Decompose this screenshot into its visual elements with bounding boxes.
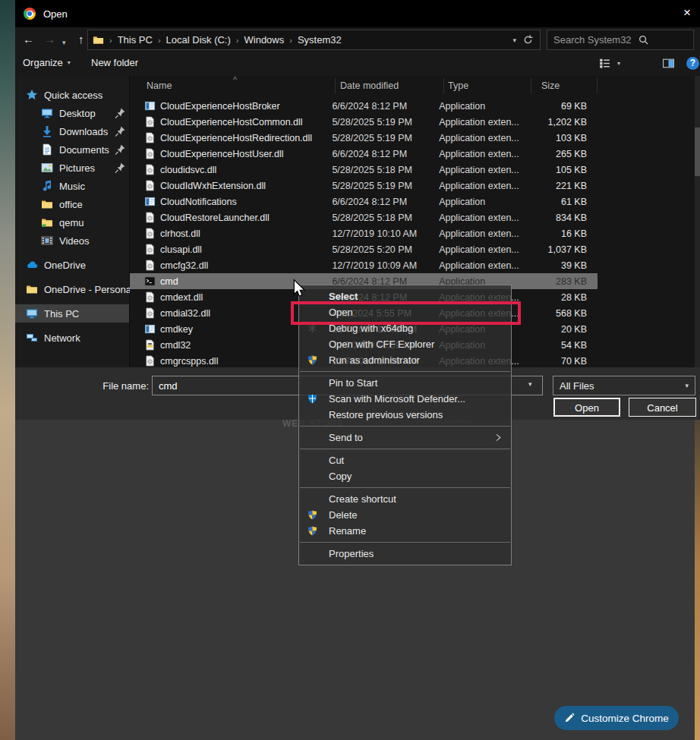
address-dropdown-icon[interactable]: ▾ xyxy=(506,36,522,44)
sidebar-item-downloads[interactable]: Downloads xyxy=(15,122,129,140)
column-header-date-modified[interactable]: Date modified xyxy=(336,78,444,93)
menu-item-label: Rename xyxy=(329,525,366,537)
sidebar-item-qemu[interactable]: qemu xyxy=(15,213,129,231)
file-type: Application xyxy=(439,197,525,207)
file-row-cloudexperiencehostredirection-dll[interactable]: CloudExperienceHostRedirection.dll5/28/2… xyxy=(130,130,598,146)
file-row-cloudnotifications[interactable]: CloudNotifications6/6/2024 8:12 PMApplic… xyxy=(130,194,598,209)
file-row-cloudidsvc-dll[interactable]: cloudidsvc.dll5/28/2025 5:18 PMApplicati… xyxy=(130,162,598,178)
file-type: Application exten... xyxy=(439,228,525,239)
column-header-type[interactable]: Type xyxy=(444,78,531,93)
breadcrumb-this-pc[interactable]: This PC xyxy=(118,34,153,46)
app-icon xyxy=(144,196,156,207)
menu-separator xyxy=(300,371,510,372)
dll-icon xyxy=(144,291,156,303)
sidebar-item-desktop[interactable]: Desktop xyxy=(15,104,129,122)
new-folder-button[interactable]: New folder xyxy=(91,57,138,68)
vertical-scrollbar[interactable] xyxy=(695,76,700,367)
file-date: 12/7/2019 10:10 AM xyxy=(332,228,439,239)
dll-icon xyxy=(144,212,156,223)
dll-icon xyxy=(144,164,156,175)
menu-separator xyxy=(300,449,510,449)
organize-button[interactable]: Organize ▾ xyxy=(23,57,71,68)
sidebar-item-videos[interactable]: Videos xyxy=(15,231,129,250)
chevron-right-icon xyxy=(493,433,503,442)
breadcrumb-system32[interactable]: System32 xyxy=(298,34,342,46)
customize-chrome-button[interactable]: Customize Chrome xyxy=(554,706,679,730)
sidebar-item-documents[interactable]: Documents xyxy=(15,140,129,159)
search-input[interactable]: Search System32 xyxy=(547,30,694,50)
file-row-cloudexperiencehostuser-dll[interactable]: CloudExperienceHostUser.dll6/6/2024 8:12… xyxy=(130,146,598,162)
menu-item-properties[interactable]: Properties xyxy=(299,546,511,562)
sidebar-item-office[interactable]: office xyxy=(15,195,129,213)
sidebar-item-pictures[interactable]: Pictures xyxy=(15,159,129,177)
breadcrumb-windows[interactable]: Windows xyxy=(244,34,285,46)
new-folder-label: New folder xyxy=(91,57,138,68)
sidebar-item-onedrive-personal[interactable]: OneDrive - Personal xyxy=(15,280,129,298)
file-name: CloudIdWxhExtension.dll xyxy=(160,181,332,191)
pin-icon xyxy=(114,125,126,137)
file-name: CloudNotifications xyxy=(160,197,332,207)
sidebar-item-onedrive[interactable]: OneDrive xyxy=(15,256,129,274)
search-icon[interactable] xyxy=(638,34,649,46)
sidebar-item-music[interactable]: Music xyxy=(15,177,129,195)
menu-item-rename[interactable]: Rename xyxy=(299,523,511,539)
up-icon[interactable]: ↑ xyxy=(78,31,84,48)
file-type: Application exten... xyxy=(439,244,525,255)
menu-item-create-shortcut[interactable]: Create shortcut xyxy=(299,491,511,507)
menu-item-send-to[interactable]: Send to xyxy=(299,430,511,446)
file-name: CloudExperienceHostCommon.dll xyxy=(160,117,332,128)
app-icon xyxy=(144,100,156,112)
file-row-cloudexperiencehostbroker[interactable]: CloudExperienceHostBroker6/6/2024 8:12 P… xyxy=(130,98,598,114)
menu-item-pin-to-start[interactable]: Pin to Start xyxy=(299,375,511,391)
annotation-highlight xyxy=(291,301,521,325)
menu-item-delete[interactable]: Delete xyxy=(299,507,511,523)
menu-item-label: Delete xyxy=(329,509,358,521)
menu-item-copy[interactable]: Copy xyxy=(299,468,511,484)
menu-item-scan-with-microsoft-defender[interactable]: Scan with Microsoft Defender... xyxy=(299,391,511,407)
menu-item-open-with-cff-explorer[interactable]: Open with CFF Explorer xyxy=(299,336,511,352)
sidebar-item-network[interactable]: Network xyxy=(15,329,129,347)
desktop-icon xyxy=(26,307,38,320)
file-name-dropdown-icon[interactable]: ▾ xyxy=(528,380,532,388)
breadcrumb[interactable]: ›This PC›Local Disk (C:)›Windows›System3… xyxy=(87,30,541,50)
breadcrumb-local-disk-c[interactable]: Local Disk (C:) xyxy=(166,34,231,46)
sidebar-item-quick-access[interactable]: Quick access xyxy=(15,86,129,104)
view-dropdown-icon[interactable]: ▾ xyxy=(617,60,625,68)
navigation-pane: Quick accessDesktopDownloadsDocumentsPic… xyxy=(15,76,130,367)
view-list-icon[interactable] xyxy=(598,57,611,70)
menu-item-cut[interactable]: Cut xyxy=(299,452,511,468)
refresh-icon[interactable] xyxy=(522,34,534,46)
column-header-size[interactable]: Size xyxy=(531,78,598,93)
open-button[interactable]: Open xyxy=(553,398,620,417)
command-toolbar: Organize ▾ New folder ▾ ? xyxy=(15,52,700,76)
close-icon[interactable]: × xyxy=(683,5,691,20)
file-type-select[interactable]: All Files ▾ xyxy=(553,376,695,395)
file-name: clusapi.dll xyxy=(160,244,332,255)
back-icon[interactable]: ← xyxy=(23,31,34,48)
sidebar-item-this-pc[interactable]: This PC xyxy=(15,304,129,323)
folder-icon xyxy=(93,34,104,46)
file-name: CloudExperienceHostRedirection.dll xyxy=(160,133,332,143)
help-icon[interactable]: ? xyxy=(686,57,699,70)
file-row-clusapi-dll[interactable]: clusapi.dll5/28/2025 5:20 PMApplication … xyxy=(130,241,598,257)
file-row-cloudexperiencehostcommon-dll[interactable]: CloudExperienceHostCommon.dll5/28/2025 5… xyxy=(130,114,598,130)
file-row-cmcfg32-dll[interactable]: cmcfg32.dll12/7/2019 10:09 AMApplication… xyxy=(130,257,598,273)
file-type: Application exten... xyxy=(439,117,525,128)
file-date: 5/28/2025 5:20 PM xyxy=(332,244,439,255)
menu-item-run-as-administrator[interactable]: Run as administrator xyxy=(299,352,511,368)
history-dropdown-icon[interactable]: ▾ xyxy=(62,34,66,51)
file-row-clrhost-dll[interactable]: clrhost.dll12/7/2019 10:10 AMApplication… xyxy=(130,225,598,241)
sidebar-item-label: Videos xyxy=(59,235,90,247)
preview-pane-icon[interactable] xyxy=(662,57,675,70)
file-size: 834 KB xyxy=(525,213,598,223)
file-date: 5/28/2025 5:19 PM xyxy=(332,133,439,143)
file-row-cloudidwxhextension-dll[interactable]: CloudIdWxhExtension.dll5/28/2025 5:19 PM… xyxy=(130,178,598,194)
scrollbar-thumb[interactable] xyxy=(695,128,700,176)
menu-item-label: Properties xyxy=(329,548,374,559)
pin-icon xyxy=(114,143,126,156)
cancel-button[interactable]: Cancel xyxy=(629,398,696,417)
sidebar-item-label: qemu xyxy=(59,217,84,228)
file-name: clrhost.dll xyxy=(160,228,332,239)
menu-item-restore-previous-versions[interactable]: Restore previous versions xyxy=(299,407,511,423)
file-row-cloudrestorelauncher-dll[interactable]: CloudRestoreLauncher.dll5/28/2025 5:18 P… xyxy=(130,209,598,225)
